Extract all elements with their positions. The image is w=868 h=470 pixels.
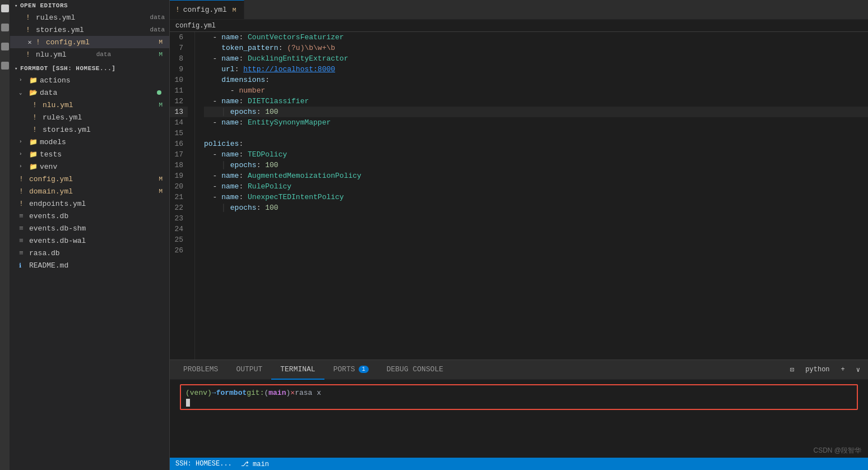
file-name: nlu.yml [43,101,154,109]
sidebar-item-actions[interactable]: › 📁 actions [10,74,169,86]
chevron-down-icon: ⌄ [19,90,26,96]
tab-ports[interactable]: PORTS 1 [324,360,378,380]
git-branch-status: ⎇ main [241,460,269,468]
tab-label: config.yml [183,6,227,14]
terminal-command-box: (venv) → formbot git: ( main ) ✕ r [180,384,858,410]
sidebar-item-models[interactable]: › 📁 models [10,136,169,148]
file-type-icon: ≡ [19,237,27,245]
tab-output-label: OUTPUT [236,365,262,374]
file-name: events.db-shm [29,224,165,233]
file-name: README.md [29,261,165,270]
file-context: data [150,14,165,21]
code-line [204,234,868,245]
list-item[interactable]: ! nlu.yml M [10,99,169,111]
list-item[interactable]: ! nlu.yml data M [10,48,169,61]
list-item[interactable]: ! stories.yml [10,123,169,136]
code-line: │ epochs: 100 [204,202,868,213]
code-line [204,128,868,139]
list-item[interactable]: ! domain.yml M [10,185,169,197]
list-item[interactable]: ≡ events.db [10,210,169,222]
modified-dot [157,90,161,95]
close-icon[interactable]: ✕ [26,38,34,47]
search-icon[interactable] [1,24,9,31]
bottom-panel: PROBLEMS OUTPUT TERMINAL PORTS 1 DEBUG C… [170,360,868,458]
open-editors-header[interactable]: ▾ OPEN EDITORS [10,0,169,11]
line-num: 25 [170,234,188,245]
tab-config-yml[interactable]: ! config.yml M [170,0,244,20]
warn-icon: ! [33,113,40,122]
line-num: 18 [170,160,188,171]
line-num: 20 [170,181,188,192]
warn-icon: ! [33,126,40,134]
project-header[interactable]: ▾ FORMBOT [SSH: HOMESE...] [10,63,169,74]
modified-badge: M [156,39,165,45]
list-item[interactable]: ! rules.yml data [10,11,169,24]
list-item[interactable]: ≡ events.db-shm [10,222,169,234]
warn-icon: ! [26,50,34,59]
file-type-icon: ≡ [19,212,27,220]
code-line: - name: DucklingEntityExtractor [204,53,868,64]
file-name: rules.yml [36,13,148,22]
code-line: - number [204,85,868,96]
term-command: rasa x [295,388,321,399]
add-terminal-button[interactable]: + [838,365,848,375]
list-item[interactable]: ! rules.yml [10,111,169,123]
file-type-icon: ≡ [19,249,27,257]
panel-right-controls: ⊡ python + ∨ [787,365,864,375]
sidebar-item-venv[interactable]: › 📁 venv [10,160,169,173]
list-item[interactable]: ≡ events.db-wal [10,234,169,247]
terminal-split-icon[interactable]: ⊡ [787,365,797,375]
info-icon: ℹ [19,262,27,269]
line-num: 22 [170,202,188,213]
list-item[interactable]: ✕ ! config.yml M [10,36,169,48]
open-editors-label: OPEN EDITORS [20,2,68,9]
term-paren-close: ) [286,388,290,399]
line-num: 6 [170,32,188,43]
sidebar: ▾ OPEN EDITORS ! rules.yml data ! storie… [10,0,170,470]
tab-terminal[interactable]: TERMINAL [271,360,324,380]
chevron-right-icon: › [19,151,26,157]
file-name: config.yml [46,38,154,47]
folder-open-icon: 📂 [29,89,38,97]
file-name: endpoints.yml [29,200,165,208]
list-item[interactable]: ! config.yml M [10,173,169,185]
folder-name: data [40,89,155,97]
sidebar-item-data[interactable]: ⌄ 📂 data [10,86,169,99]
tab-ports-label: PORTS [333,365,355,374]
list-item[interactable]: ℹ README.md [10,259,169,271]
git-icon[interactable] [1,43,9,50]
code-line: policies: [204,139,868,149]
line-num: 17 [170,149,188,160]
tab-debug-console[interactable]: DEBUG CONSOLE [378,360,452,380]
plus-icon: + [841,366,845,374]
term-branch: main [268,388,286,399]
tab-output[interactable]: OUTPUT [227,360,271,380]
code-line: - name: UnexpecTEDIntentPolicy [204,192,868,202]
list-item[interactable]: ! stories.yml data [10,24,169,36]
warn-icon: ! [26,26,34,34]
sidebar-item-tests[interactable]: › 📁 tests [10,148,169,160]
extensions-icon[interactable] [1,62,9,70]
explorer-icon[interactable] [1,4,9,12]
project-chevron: ▾ [15,66,18,72]
more-options-button[interactable]: ∨ [853,365,864,375]
list-item[interactable]: ≡ rasa.db [10,247,169,259]
file-name: events.db [29,212,165,220]
line-num: 14 [170,117,188,128]
code-editor[interactable]: 6 7 8 9 10 11 12 13 14 15 16 17 18 19 20… [170,32,868,360]
code-line: - name: CountVectorsFeaturizer [204,32,868,43]
split-icon: ⊡ [790,366,794,374]
code-line: dimensions: [204,75,868,85]
tab-terminal-label: TERMINAL [280,365,315,374]
tab-problems[interactable]: PROBLEMS [174,360,227,380]
terminal-content[interactable]: (venv) → formbot git: ( main ) ✕ r [170,380,868,458]
panel-tabs: PROBLEMS OUTPUT TERMINAL PORTS 1 DEBUG C… [170,360,868,380]
term-venv: (venv) [185,388,212,399]
code-line [204,224,868,234]
status-bar: SSH: HOMESE... ⎇ main [170,458,868,470]
tab-bar: ! config.yml M [170,0,868,20]
code-content[interactable]: - name: CountVectorsFeaturizer token_pat… [195,32,868,360]
list-item[interactable]: ! endpoints.yml [10,197,169,210]
file-name: rasa.db [29,249,165,257]
python-label[interactable]: python [802,365,833,375]
